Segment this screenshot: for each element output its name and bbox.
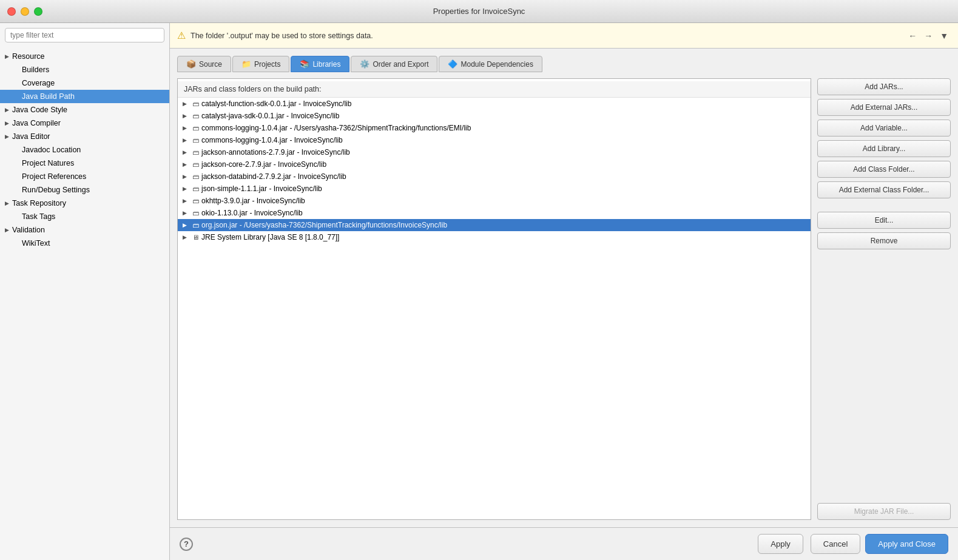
search-input[interactable] [5,28,164,42]
order-icon: ⚙️ [360,59,369,69]
expand-icon: ▶ [183,149,190,155]
apply-and-close-button[interactable]: Apply and Close [865,534,948,554]
list-item-selected[interactable]: ▶ 🗃 org.json.jar - /Users/yasha-7362/Shi… [178,219,811,231]
expand-icon: ▶ [183,234,190,240]
sidebar-item-java-code-style[interactable]: ▶ Java Code Style [0,103,169,116]
warning-icon: ⚠ [177,30,186,41]
sidebar-item-task-repository[interactable]: ▶ Task Repository [0,197,169,210]
expand-icon: ▶ [183,186,190,192]
jar-icon: 🗃 [192,137,199,144]
nav-back-button[interactable]: ← [906,30,919,42]
tab-projects[interactable]: 📁 Projects [232,56,289,72]
expand-icon: ▶ [183,125,190,131]
migrate-jar-file-button[interactable]: Migrate JAR File... [817,503,951,520]
add-class-folder-button[interactable]: Add Class Folder... [817,161,951,178]
list-item[interactable]: ▶ 🗃 jackson-core-2.7.9.jar - InvoiceSync… [178,158,811,170]
edit-button[interactable]: Edit... [817,212,951,229]
warning-text: The folder '.output' may be used to stor… [191,32,373,40]
cancel-button[interactable]: Cancel [811,534,860,554]
expand-icon: ▶ [183,210,190,216]
expand-icon: ▶ [183,137,190,143]
sidebar-item-wikitext[interactable]: WikiText [0,237,169,250]
maximize-button[interactable] [34,7,42,16]
main-container: ▶ Resource Builders Coverage [0,23,958,560]
sidebar-item-java-editor[interactable]: ▶ Java Editor [0,130,169,143]
expand-arrow-icon: ▶ [5,133,12,140]
jar-icon: 🗃 [192,124,199,132]
remove-button[interactable]: Remove [817,232,951,249]
minimize-button[interactable] [21,7,29,16]
libraries-icon: 📚 [300,59,309,69]
list-item[interactable]: ▶ 🗃 jackson-databind-2.7.9.2.jar - Invoi… [178,170,811,183]
list-item[interactable]: ▶ 🗃 okhttp-3.9.0.jar - InvoiceSync/lib [178,195,811,207]
add-variable-button[interactable]: Add Variable... [817,120,951,137]
expand-arrow-icon: ▶ [5,120,12,126]
jar-icon: 🗃 [192,112,199,120]
list-item[interactable]: ▶ 🗃 okio-1.13.0.jar - InvoiceSync/lib [178,207,811,219]
list-item-jre[interactable]: ▶ 🖥 JRE System Library [Java SE 8 [1.8.0… [178,231,811,243]
window-title: Properties for InvoiceSync [433,7,525,16]
sidebar-item-task-tags[interactable]: Task Tags [0,210,169,223]
tab-libraries[interactable]: 📚 Libraries [291,56,349,72]
warning-bar: ⚠ The folder '.output' may be used to st… [170,23,958,49]
jar-icon: 🗃 [192,221,199,229]
jar-icon: 🗃 [192,197,199,204]
window-controls [7,7,42,16]
close-button[interactable] [7,7,16,16]
jre-icon: 🖥 [192,234,199,241]
expand-icon: ▶ [183,198,190,204]
right-panel: ⚠ The folder '.output' may be used to st… [170,23,958,560]
source-icon: 📦 [186,59,196,69]
projects-icon: 📁 [241,59,251,69]
sidebar-item-coverage[interactable]: Coverage [0,76,169,90]
content-area: 📦 Source 📁 Projects 📚 Libraries ⚙️ Order… [170,49,958,527]
bottom-bar: ? Apply Cancel Apply and Close [170,527,958,560]
sidebar-item-run-debug-settings[interactable]: Run/Debug Settings [0,183,169,197]
add-library-button[interactable]: Add Library... [817,140,951,157]
sidebar-item-builders[interactable]: Builders [0,63,169,76]
jar-icon: 🗃 [192,185,199,192]
list-item[interactable]: ▶ 🗃 jackson-annotations-2.7.9.jar - Invo… [178,146,811,158]
title-bar: Properties for InvoiceSync [0,0,958,23]
sidebar-tree: ▶ Resource Builders Coverage [0,47,169,560]
add-external-class-folder-button[interactable]: Add External Class Folder... [817,181,951,198]
expand-icon: ▶ [183,113,190,119]
bottom-left: ? [180,538,193,551]
nav-dropdown-button[interactable]: ▼ [937,30,951,42]
add-jars-button[interactable]: Add JARs... [817,78,951,95]
sidebar: ▶ Resource Builders Coverage [0,23,170,560]
expand-icon: ▶ [183,222,190,228]
jar-icon: 🗃 [192,173,199,180]
expand-arrow-icon: ▶ [5,107,12,113]
apply-button[interactable]: Apply [758,534,803,554]
nav-forward-button[interactable]: → [922,30,935,42]
expand-icon: ▶ [183,161,190,167]
tab-module-dependencies[interactable]: 🔷 Module Dependencies [439,56,542,72]
build-path-header: JARs and class folders on the build path… [178,81,811,98]
sidebar-item-project-natures[interactable]: Project Natures [0,157,169,170]
add-external-jars-button[interactable]: Add External JARs... [817,99,951,116]
tabs-row: 📦 Source 📁 Projects 📚 Libraries ⚙️ Order… [177,56,951,72]
warning-nav: ← → ▼ [906,30,951,42]
tab-source[interactable]: 📦 Source [177,56,231,72]
expand-arrow-icon: ▶ [5,200,12,206]
list-item[interactable]: ▶ 🗃 commons-logging-1.0.4.jar - InvoiceS… [178,134,811,146]
jar-icon: 🗃 [192,100,199,107]
expand-arrow-icon: ▶ [5,53,12,59]
module-icon: 🔷 [448,59,457,69]
tab-order-and-export[interactable]: ⚙️ Order and Export [351,56,437,72]
sidebar-item-javadoc-location[interactable]: Javadoc Location [0,143,169,157]
bottom-right-buttons: Apply Cancel Apply and Close [758,534,948,554]
sidebar-item-project-references[interactable]: Project References [0,170,169,183]
list-item[interactable]: ▶ 🗃 json-simple-1.1.1.jar - InvoiceSync/… [178,183,811,195]
sidebar-item-java-compiler[interactable]: ▶ Java Compiler [0,116,169,130]
sidebar-item-java-build-path[interactable]: Java Build Path [0,90,169,103]
list-item[interactable]: ▶ 🗃 commons-logging-1.0.4.jar - /Users/y… [178,122,811,134]
list-item[interactable]: ▶ 🗃 catalyst-java-sdk-0.0.1.jar - Invoic… [178,110,811,122]
buttons-panel: Add JARs... Add External JARs... Add Var… [817,78,951,520]
help-button[interactable]: ? [180,538,193,551]
jar-icon: 🗃 [192,149,199,156]
sidebar-item-resource[interactable]: ▶ Resource [0,50,169,63]
list-item[interactable]: ▶ 🗃 catalyst-function-sdk-0.0.1.jar - In… [178,98,811,110]
sidebar-item-validation[interactable]: ▶ Validation [0,223,169,237]
